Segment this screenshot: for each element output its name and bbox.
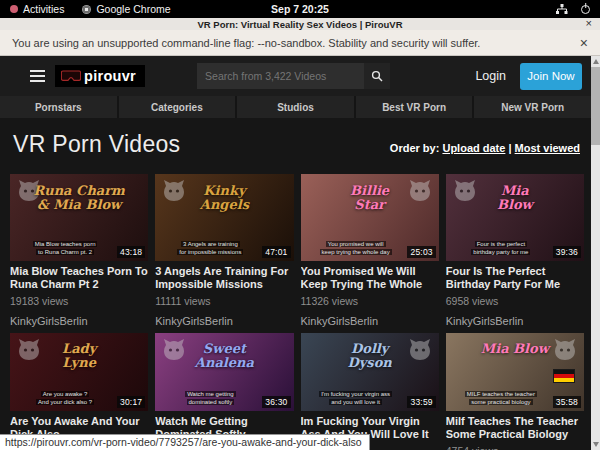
studio-link[interactable]: KinkyGirlsBerlin xyxy=(446,315,584,328)
video-thumbnail[interactable]: Mia Blow MILF teaches the teachersome pr… xyxy=(446,333,584,411)
order-by-label: Order by: xyxy=(390,142,440,154)
video-card[interactable]: Lady Lyne Are you awake ?And your dick a… xyxy=(10,333,148,450)
german-flag-icon xyxy=(553,369,575,383)
nav-item-new-vr[interactable]: New VR Porn xyxy=(474,96,591,118)
duration-badge: 35:58 xyxy=(553,396,581,408)
search-bar xyxy=(197,63,390,89)
video-title[interactable]: Milf Teaches The Teacher Some Practical … xyxy=(446,415,584,440)
video-thumbnail[interactable]: Mia Blow Four is the perfectbirthday par… xyxy=(446,174,584,261)
video-card[interactable]: Runa Charm & Mia Blow Mia Blow teaches p… xyxy=(10,174,148,328)
search-icon xyxy=(371,70,383,82)
page-title: VR Porn Videos xyxy=(13,131,180,158)
thumbnail-caption: Four is the perfectbirthday party for me xyxy=(452,240,550,256)
site-header: pirouvr Login Join Now xyxy=(0,56,600,96)
warning-close-icon[interactable]: × xyxy=(580,36,588,50)
thumbnail-overlay-name: Billie Star xyxy=(301,184,439,212)
power-icon[interactable] xyxy=(581,5,590,14)
site-logo-text: pirouvr xyxy=(84,68,136,84)
order-most-viewed-link[interactable]: Most viewed xyxy=(515,142,580,154)
thumbnail-overlay-name: Mia Blow xyxy=(446,184,584,212)
studio-link[interactable]: KinkyGirlsBerlin xyxy=(10,315,148,328)
video-thumbnail[interactable]: Lady Lyne Are you awake ?And your dick a… xyxy=(10,333,148,411)
page-header: VR Porn Videos Order by: Upload date | M… xyxy=(0,118,600,169)
video-grid-row-1: Runa Charm & Mia Blow Mia Blow teaches p… xyxy=(0,174,600,328)
video-thumbnail[interactable]: Kinky Angels 3 Angels are trainingfor im… xyxy=(155,174,293,261)
scroll-down-arrow-icon[interactable] xyxy=(593,442,599,447)
nav-item-pornstars[interactable]: Pornstars xyxy=(0,96,117,118)
scrollbar-thumb[interactable] xyxy=(591,67,600,145)
video-card[interactable]: Mia Blow MILF teaches the teachersome pr… xyxy=(446,333,584,450)
vr-goggles-icon xyxy=(61,70,81,83)
thumbnail-caption: You promised we willkeep trying the whol… xyxy=(307,240,405,256)
thumbnail-overlay-name: Lady Lyne xyxy=(10,342,148,370)
video-title[interactable]: 3 Angels Are Training For Impossible Mis… xyxy=(155,265,293,290)
video-views: 19183 views xyxy=(10,295,148,307)
video-views: 11326 views xyxy=(301,295,439,307)
studio-link[interactable]: KinkyGirlsBerlin xyxy=(155,315,293,328)
login-link[interactable]: Login xyxy=(475,69,506,83)
video-views: 4754 views xyxy=(446,445,584,450)
thumbnail-overlay-name: Dolly Dyson xyxy=(301,342,439,370)
order-separator: | xyxy=(508,142,511,154)
duration-badge: 39:36 xyxy=(553,246,581,258)
page-viewport: pirouvr Login Join Now Pornstars Categor… xyxy=(0,56,600,450)
site-logo[interactable]: pirouvr xyxy=(55,65,145,87)
duration-badge: 33:59 xyxy=(407,396,435,408)
status-bar-url: https://pirouvr.com/vr-porn-video/779325… xyxy=(0,434,370,450)
video-card[interactable]: Billie Star You promised we willkeep try… xyxy=(301,174,439,328)
duration-badge: 36:30 xyxy=(262,396,290,408)
thumbnail-caption: Mia Blow teaches pornto Runa Charm pt. 2 xyxy=(16,240,114,256)
vertical-scrollbar[interactable] xyxy=(591,56,600,450)
nav-item-best-vr[interactable]: Best VR Porn xyxy=(356,96,473,118)
video-thumbnail[interactable]: Runa Charm & Mia Blow Mia Blow teaches p… xyxy=(10,174,148,261)
video-card[interactable]: Dolly Dyson I'm fucking your virgin assa… xyxy=(301,333,439,450)
video-thumbnail[interactable]: Sweet Analena Watch me gettingdominated … xyxy=(155,333,293,411)
video-grid-row-2: Lady Lyne Are you awake ?And your dick a… xyxy=(0,333,600,450)
thumbnail-overlay-name: Runa Charm & Mia Blow xyxy=(10,184,148,212)
tab-title[interactable]: VR Porn: Virtual Reality Sex Videos | Pi… xyxy=(197,19,402,30)
video-title[interactable]: Four Is The Perfect Birthday Party For M… xyxy=(446,265,584,290)
warning-text: You are using an unsupported command-lin… xyxy=(12,37,480,49)
scroll-up-arrow-icon[interactable] xyxy=(593,59,599,64)
video-thumbnail[interactable]: Dolly Dyson I'm fucking your virgin assa… xyxy=(301,333,439,411)
search-input[interactable] xyxy=(197,63,364,89)
order-upload-date-link[interactable]: Upload date xyxy=(442,142,505,154)
order-by: Order by: Upload date | Most viewed xyxy=(390,142,580,154)
thumbnail-caption: I'm fucking your virgin assand you will … xyxy=(307,390,405,406)
browser-tab-bar: VR Porn: Virtual Reality Sex Videos | Pi… xyxy=(0,18,600,30)
duration-badge: 47:01 xyxy=(262,246,290,258)
thumbnail-caption: Are you awake ?And your dick also ? xyxy=(16,390,114,406)
thumbnail-overlay-name: Kinky Angels xyxy=(155,184,293,212)
video-card[interactable]: Mia Blow Four is the perfectbirthday par… xyxy=(446,174,584,328)
search-button[interactable] xyxy=(364,63,390,89)
thumbnail-caption: MILF teaches the teachersome practical b… xyxy=(452,390,550,406)
thumbnail-overlay-name: Mia Blow xyxy=(446,342,584,356)
duration-badge: 30:17 xyxy=(117,396,145,408)
video-views: 6958 views xyxy=(446,295,584,307)
system-top-bar: Activities Google Chrome Sep 7 20:25 xyxy=(0,0,600,18)
studio-link[interactable]: KinkyGirlsBerlin xyxy=(301,315,439,328)
sandbox-warning-bar: You are using an unsupported command-lin… xyxy=(0,30,600,56)
clock[interactable]: Sep 7 20:25 xyxy=(0,3,600,15)
thumbnail-caption: 3 Angels are trainingfor impossible miss… xyxy=(161,240,259,256)
video-title[interactable]: You Promised We Will Keep Trying The Who… xyxy=(301,265,439,290)
duration-badge: 25:03 xyxy=(407,246,435,258)
nav-item-categories[interactable]: Categories xyxy=(119,96,236,118)
nav-item-studios[interactable]: Studios xyxy=(237,96,354,118)
video-card[interactable]: Sweet Analena Watch me gettingdominated … xyxy=(155,333,293,450)
duration-badge: 43:18 xyxy=(117,246,145,258)
video-card[interactable]: Kinky Angels 3 Angels are trainingfor im… xyxy=(155,174,293,328)
tab-close-icon[interactable]: × xyxy=(586,17,592,29)
main-nav: Pornstars Categories Studios Best VR Por… xyxy=(0,96,591,118)
thumbnail-caption: Watch me gettingdominated softly xyxy=(161,390,259,406)
menu-hamburger-icon[interactable] xyxy=(30,70,45,83)
video-title[interactable]: Mia Blow Teaches Porn To Runa Charm Pt 2 xyxy=(10,265,148,290)
join-now-button[interactable]: Join Now xyxy=(520,63,582,90)
video-thumbnail[interactable]: Billie Star You promised we willkeep try… xyxy=(301,174,439,261)
thumbnail-overlay-name: Sweet Analena xyxy=(155,342,293,370)
video-views: 11111 views xyxy=(155,295,293,307)
